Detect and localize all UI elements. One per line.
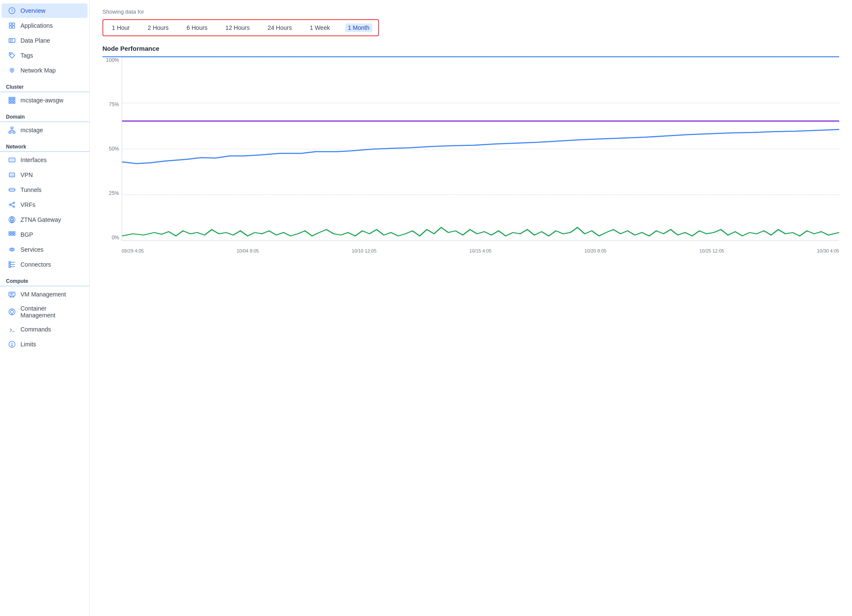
sidebar-item-container-management[interactable]: Container Management [2, 302, 88, 322]
vm-icon [8, 290, 16, 299]
svg-rect-47 [11, 234, 13, 235]
sidebar-item-vpn[interactable]: VPN VPN [2, 168, 88, 182]
chart-plot [122, 57, 839, 241]
domain-section-label: Domain [0, 108, 89, 122]
svg-rect-16 [11, 99, 13, 101]
svg-rect-21 [11, 127, 13, 129]
filter-24hours[interactable]: 24 Hours [265, 23, 295, 32]
vpn-icon: VPN [8, 171, 16, 179]
svg-rect-19 [11, 102, 13, 104]
chart-inner: 100% 75% 50% 25% 0% [102, 57, 839, 253]
sidebar: Overview Applications Data Plane Tags Ne… [0, 0, 90, 616]
y-axis: 100% 75% 50% 25% 0% [102, 57, 122, 241]
x-label-6: 10/30 4:05 [817, 248, 839, 253]
svg-rect-3 [9, 26, 12, 28]
svg-rect-12 [9, 97, 11, 99]
svg-rect-17 [14, 99, 15, 101]
x-axis-labels: 09/29 4:05 10/04 8:05 10/10 12:05 10/15 … [122, 247, 839, 253]
cluster-icon [8, 96, 16, 105]
sidebar-item-network-map[interactable]: Network Map [2, 63, 88, 78]
y-label-0: 0% [112, 235, 119, 241]
tag-icon [8, 51, 16, 60]
connectors-icon [8, 260, 16, 269]
y-label-100: 100% [106, 57, 119, 63]
svg-rect-13 [11, 97, 13, 99]
svg-text:VPN: VPN [10, 174, 14, 177]
svg-rect-49 [9, 262, 11, 263]
sidebar-item-ztna-gateway[interactable]: ZTNA Gateway [2, 212, 88, 227]
svg-rect-55 [9, 292, 15, 296]
sidebar-item-mcstage-awsgw[interactable]: mcstage-awsgw [2, 93, 88, 108]
svg-point-10 [12, 70, 13, 71]
sidebar-item-bgp[interactable]: BGP [2, 227, 88, 242]
services-icon [8, 245, 16, 254]
commands-icon [8, 325, 16, 334]
chart-area: 100% 75% 50% 25% 0% [102, 56, 839, 270]
limits-icon [8, 340, 16, 349]
x-label-0: 09/29 4:05 [122, 248, 144, 253]
svg-rect-22 [9, 132, 11, 134]
svg-point-38 [13, 206, 15, 208]
sidebar-item-vm-management[interactable]: VM Management [2, 287, 88, 302]
sidebar-item-limits[interactable]: Limits [2, 337, 88, 352]
svg-rect-20 [14, 102, 15, 104]
svg-rect-2 [12, 23, 15, 25]
x-label-1: 10/04 8:05 [236, 248, 259, 253]
sidebar-item-overview[interactable]: Overview [2, 3, 88, 18]
svg-point-62 [10, 310, 13, 313]
vrfs-icon [8, 200, 16, 209]
sidebar-item-mcstage[interactable]: mcstage [2, 123, 88, 137]
sidebar-item-interfaces[interactable]: Interfaces [2, 153, 88, 167]
filter-1hour[interactable]: 1 Hour [109, 23, 132, 32]
compute-section-label: Compute [0, 272, 89, 286]
domain-icon [8, 126, 16, 134]
sidebar-item-commands[interactable]: Commands [2, 322, 88, 337]
svg-rect-14 [14, 97, 15, 99]
svg-rect-43 [9, 232, 11, 233]
tunnels-icon [8, 186, 16, 194]
network-section-label: Network [0, 138, 89, 152]
svg-rect-48 [14, 234, 15, 235]
app-icon [8, 21, 16, 30]
x-label-2: 10/10 12:05 [352, 248, 376, 253]
x-label-5: 10/25 12:05 [699, 248, 724, 253]
showing-label: Showing data for [102, 9, 839, 15]
cluster-section-label: Cluster [0, 78, 89, 92]
svg-point-42 [11, 218, 13, 221]
sidebar-item-services[interactable]: Services [2, 242, 88, 257]
svg-rect-23 [13, 132, 15, 134]
sidebar-item-data-plane[interactable]: Data Plane [2, 33, 88, 48]
svg-rect-46 [9, 234, 11, 235]
y-label-50: 50% [109, 146, 119, 152]
svg-rect-50 [9, 264, 11, 265]
sidebar-item-tags[interactable]: Tags [2, 48, 88, 63]
svg-rect-44 [11, 232, 13, 233]
sidebar-item-tunnels[interactable]: Tunnels [2, 183, 88, 197]
map-icon [8, 66, 16, 75]
svg-point-36 [9, 204, 11, 206]
svg-rect-4 [12, 26, 15, 28]
svg-rect-45 [14, 232, 15, 233]
svg-rect-51 [9, 266, 11, 268]
bgp-icon [8, 230, 16, 239]
filter-2hours[interactable]: 2 Hours [145, 23, 171, 32]
filter-12hours[interactable]: 12 Hours [223, 23, 252, 32]
main-content: Showing data for 1 Hour 2 Hours 6 Hours … [90, 0, 852, 616]
filter-1week[interactable]: 1 Week [307, 23, 333, 32]
svg-line-39 [11, 203, 13, 204]
ztna-icon [8, 215, 16, 224]
interfaces-icon [8, 156, 16, 164]
sidebar-item-applications[interactable]: Applications [2, 18, 88, 33]
sidebar-item-connectors[interactable]: Connectors [2, 257, 88, 272]
blue-line [122, 130, 839, 164]
svg-point-37 [13, 202, 15, 204]
container-icon [8, 308, 16, 316]
chart-svg [122, 57, 839, 240]
x-label-3: 10/15 4:05 [469, 248, 491, 253]
sidebar-item-vrfs[interactable]: VRFs [2, 198, 88, 212]
filter-6hours[interactable]: 6 Hours [184, 23, 210, 32]
filter-1month[interactable]: 1 Month [345, 23, 372, 32]
green-line [122, 227, 839, 236]
chart-title: Node Performance [102, 45, 839, 52]
svg-point-68 [12, 345, 12, 346]
